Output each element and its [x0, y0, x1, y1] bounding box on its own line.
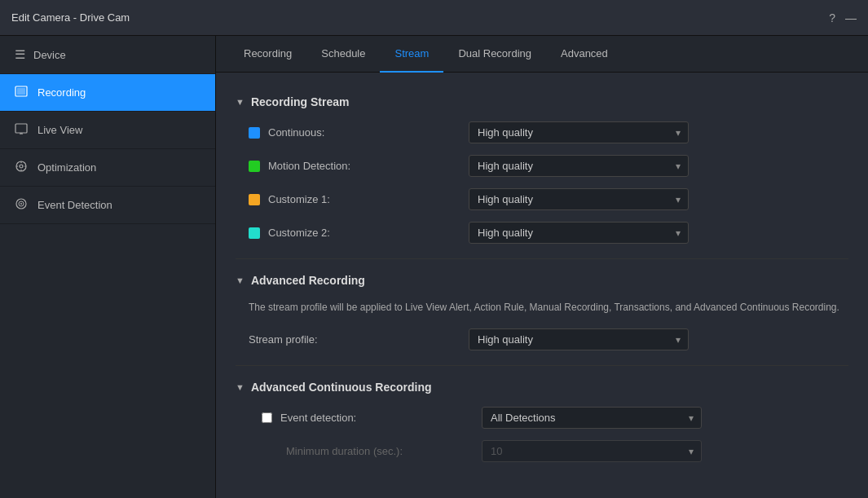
event-detection-label: Event detection:: [280, 412, 356, 424]
min-duration-row: Minimum duration (sec.): 10 30 60 120: [249, 440, 848, 462]
titlebar-title: Edit Camera - Drive Cam: [11, 11, 130, 24]
motion-detection-dropdown-wrapper: High quality Medium quality Low quality …: [469, 155, 689, 177]
event-detection-dropdown-wrapper: All Detections Motion Only None: [482, 407, 702, 429]
list-icon: ☰: [15, 47, 25, 62]
event-detection-dropdown[interactable]: All Detections Motion Only None: [482, 407, 702, 429]
advanced-recording-header: ▼ Advanced Recording: [236, 274, 848, 287]
customize1-dropdown[interactable]: High quality Medium quality Low quality …: [469, 188, 689, 210]
tabs-bar: Recording Schedule Stream Dual Recording…: [216, 36, 868, 73]
content-inner: ▼ Recording Stream Continuous: High qual…: [216, 73, 868, 490]
stream-profile-dropdown-wrapper: High quality Medium quality Low quality …: [469, 328, 689, 350]
sidebar-item-live-view-label: Live View: [37, 124, 82, 136]
sidebar: ☰ Device Recording Live View: [0, 36, 216, 498]
tab-schedule[interactable]: Schedule: [306, 36, 380, 73]
tab-stream[interactable]: Stream: [380, 36, 443, 73]
stream-profile-row: Stream profile: High quality Medium qual…: [236, 328, 848, 350]
continuous-label-group: Continuous:: [249, 126, 469, 139]
customize2-color-dot: [249, 227, 260, 239]
customize2-row: Customize 2: High quality Medium quality…: [236, 222, 848, 244]
svg-rect-2: [15, 124, 27, 133]
sidebar-item-recording-label: Recording: [37, 86, 86, 99]
sidebar-item-device[interactable]: ☰ Device: [0, 36, 215, 74]
customize1-dropdown-wrapper: High quality Medium quality Low quality …: [469, 188, 689, 210]
event-detection-checkbox[interactable]: [262, 412, 272, 423]
titlebar-icons: ? —: [829, 11, 857, 24]
min-duration-dropdown[interactable]: 10 30 60 120: [482, 440, 702, 462]
sidebar-item-event-detection[interactable]: Event Detection: [0, 187, 215, 224]
section-divider-1: [236, 258, 848, 259]
svg-point-13: [20, 203, 22, 205]
customize1-label: Customize 1:: [268, 193, 330, 205]
motion-detection-row: Motion Detection: High quality Medium qu…: [236, 155, 848, 177]
event-detection-label-group: Event detection:: [262, 412, 482, 424]
titlebar: Edit Camera - Drive Cam ? —: [0, 0, 868, 36]
minimize-icon[interactable]: —: [845, 11, 857, 24]
advanced-continuous-title: Advanced Continuous Recording: [251, 381, 432, 394]
customize2-dropdown-wrapper: High quality Medium quality Low quality …: [469, 222, 689, 244]
continuous-dropdown-wrapper: High quality Medium quality Low quality …: [469, 121, 689, 143]
svg-rect-1: [17, 88, 25, 95]
advanced-recording-chevron[interactable]: ▼: [236, 275, 245, 285]
motion-detection-label-group: Motion Detection:: [249, 160, 469, 172]
tab-advanced[interactable]: Advanced: [546, 36, 623, 73]
advanced-recording-description: The stream profile will be applied to Li…: [236, 300, 848, 315]
event-detection-row: Event detection: All Detections Motion O…: [249, 407, 848, 429]
section-divider-2: [236, 365, 848, 366]
sidebar-device-label: Device: [33, 49, 66, 61]
recording-stream-header: ▼ Recording Stream: [236, 95, 848, 108]
main-layout: ☰ Device Recording Live View: [0, 36, 868, 498]
tab-dual-recording[interactable]: Dual Recording: [443, 36, 546, 73]
advanced-continuous-content: Event detection: All Detections Motion O…: [236, 407, 848, 462]
continuous-color-dot: [249, 127, 260, 139]
event-detection-icon: [15, 197, 28, 213]
customize1-label-group: Customize 1:: [249, 193, 469, 205]
continuous-dropdown[interactable]: High quality Medium quality Low quality …: [469, 121, 689, 143]
sidebar-item-optimization[interactable]: Optimization: [0, 149, 215, 187]
advanced-recording-title: Advanced Recording: [251, 274, 365, 287]
help-icon[interactable]: ?: [829, 11, 835, 24]
customize1-row: Customize 1: High quality Medium quality…: [236, 188, 848, 210]
sidebar-item-event-detection-label: Event Detection: [37, 199, 112, 211]
stream-profile-dropdown[interactable]: High quality Medium quality Low quality …: [469, 328, 689, 350]
customize1-color-dot: [249, 194, 260, 205]
advanced-continuous-header: ▼ Advanced Continuous Recording: [236, 381, 848, 394]
advanced-continuous-chevron[interactable]: ▼: [236, 382, 245, 392]
recording-stream-title: Recording Stream: [251, 95, 350, 108]
sidebar-item-optimization-label: Optimization: [37, 161, 96, 174]
min-duration-label-group: Minimum duration (sec.):: [262, 445, 482, 457]
motion-detection-label: Motion Detection:: [268, 160, 350, 172]
motion-detection-color-dot: [249, 161, 260, 172]
tab-recording[interactable]: Recording: [229, 36, 306, 73]
recording-stream-chevron[interactable]: ▼: [236, 97, 245, 107]
content-area: Recording Schedule Stream Dual Recording…: [216, 36, 868, 498]
live-view-icon: [15, 122, 28, 138]
customize2-label: Customize 2:: [268, 227, 330, 239]
customize2-label-group: Customize 2:: [249, 227, 469, 239]
sidebar-item-live-view[interactable]: Live View: [0, 112, 215, 149]
sidebar-item-recording[interactable]: Recording: [0, 74, 215, 112]
min-duration-dropdown-wrapper: 10 30 60 120: [482, 440, 702, 462]
continuous-label: Continuous:: [268, 126, 324, 139]
continuous-row: Continuous: High quality Medium quality …: [236, 121, 848, 143]
motion-detection-dropdown[interactable]: High quality Medium quality Low quality …: [469, 155, 689, 177]
svg-point-6: [20, 165, 23, 168]
optimization-icon: [15, 160, 28, 175]
customize2-dropdown[interactable]: High quality Medium quality Low quality …: [469, 222, 689, 244]
min-duration-label: Minimum duration (sec.):: [286, 445, 403, 457]
recording-icon: [15, 85, 28, 100]
stream-profile-label: Stream profile:: [249, 333, 469, 346]
